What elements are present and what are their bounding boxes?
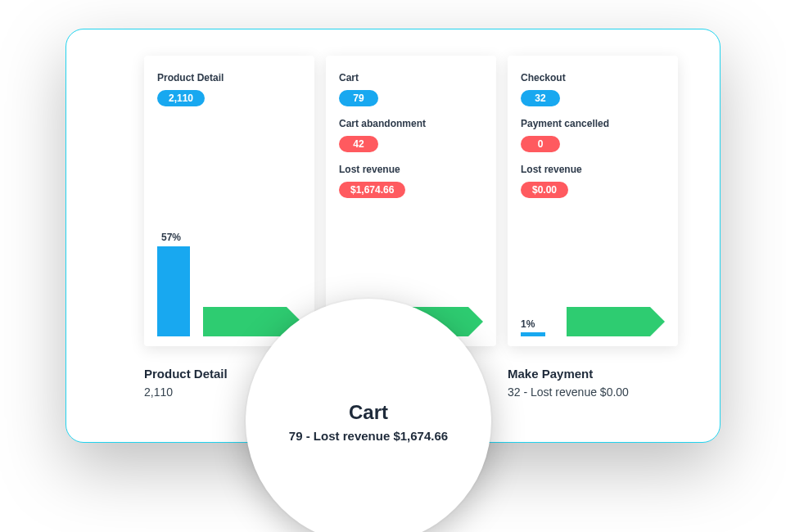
primary-count-badge: 79 <box>339 90 378 106</box>
tertiary-label: Lost revenue <box>339 164 483 175</box>
funnel-card-product-detail: Product Detail 2,110 57% <box>144 56 314 346</box>
secondary-label: Cart abandonment <box>339 118 483 129</box>
tertiary-badge: $0.00 <box>521 182 568 198</box>
summary-make-payment: Make Payment 32 - Lost revenue $0.00 <box>508 367 678 399</box>
primary-count-badge: 2,110 <box>157 90 205 106</box>
primary-count-badge: 32 <box>521 90 560 106</box>
conversion-bar <box>157 246 190 336</box>
bar-pct-label: 57% <box>161 232 181 243</box>
summary-title: Make Payment <box>508 367 678 381</box>
secondary-badge: 0 <box>521 136 560 152</box>
tertiary-label: Lost revenue <box>521 164 665 175</box>
bar-area: 57% <box>157 246 301 336</box>
card-title: Cart <box>339 72 483 83</box>
callout-title: Cart <box>349 401 388 424</box>
bar-area: 1% <box>521 246 665 336</box>
summary-sub: 32 - Lost revenue $0.00 <box>508 385 678 399</box>
conversion-bar <box>521 332 545 336</box>
card-title: Checkout <box>521 72 665 83</box>
funnel-card-checkout: Checkout 32 Payment cancelled 0 Lost rev… <box>508 56 678 346</box>
funnel-cards-row: Product Detail 2,110 57% Cart 79 Cart ab… <box>144 56 705 350</box>
cart-callout-circle: Cart 79 - Lost revenue $1,674.66 <box>246 299 491 532</box>
tertiary-badge: $1,674.66 <box>339 182 405 198</box>
secondary-label: Payment cancelled <box>521 118 665 129</box>
card-title: Product Detail <box>157 72 301 83</box>
bar-pct-label: 1% <box>521 318 535 330</box>
callout-sub: 79 - Lost revenue $1,674.66 <box>289 429 448 443</box>
secondary-badge: 42 <box>339 136 378 152</box>
flow-arrow <box>567 307 665 336</box>
